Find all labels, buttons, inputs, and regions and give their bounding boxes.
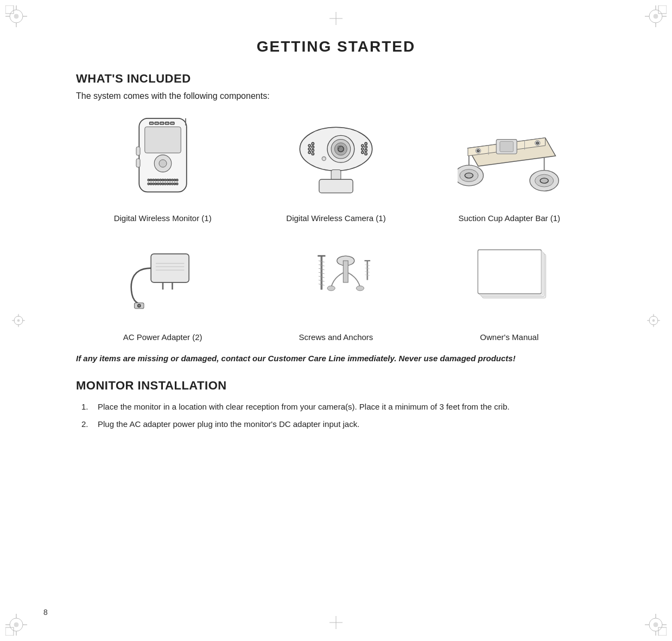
svg-point-87 <box>312 146 314 148</box>
page: GETTING STARTED WHAT'S INCLUDED The syst… <box>0 0 672 641</box>
svg-rect-53 <box>136 147 140 155</box>
camera-label: Digital Wireless Camera (1) <box>286 213 385 223</box>
svg-point-70 <box>152 183 154 185</box>
svg-point-69 <box>150 183 152 185</box>
adapter-label: AC Power Adapter (2) <box>123 332 202 342</box>
svg-point-78 <box>171 183 173 185</box>
svg-rect-103 <box>331 169 341 180</box>
installation-step-1: 1. Place the monitor in a location with … <box>81 401 596 413</box>
page-number: 8 <box>43 608 48 617</box>
svg-rect-46 <box>149 122 153 124</box>
svg-point-59 <box>157 179 159 181</box>
svg-rect-45 <box>144 127 181 153</box>
monitor-image <box>103 115 223 207</box>
installation-step-2: 2. Plug the AC adapter power plug into t… <box>81 418 596 431</box>
svg-point-35 <box>652 319 655 322</box>
svg-point-85 <box>308 151 310 153</box>
svg-point-143 <box>356 286 364 291</box>
corner-mark-br <box>645 614 667 636</box>
svg-point-98 <box>365 142 367 144</box>
svg-point-58 <box>155 179 157 181</box>
corner-mark-tl <box>5 5 27 27</box>
svg-point-77 <box>169 183 171 185</box>
svg-point-64 <box>169 179 171 181</box>
svg-rect-50 <box>170 122 174 124</box>
step-number-1: 1. <box>81 401 98 413</box>
svg-rect-20 <box>5 627 14 636</box>
svg-point-79 <box>174 183 176 185</box>
step-number-2: 2. <box>81 418 98 431</box>
svg-point-22 <box>654 623 658 627</box>
svg-point-55 <box>148 179 150 181</box>
svg-point-71 <box>155 183 157 185</box>
content: GETTING STARTED WHAT'S INCLUDED The syst… <box>43 22 629 447</box>
svg-point-88 <box>312 149 314 151</box>
svg-point-112 <box>537 142 539 144</box>
svg-rect-6 <box>5 5 14 14</box>
reg-mark-bc <box>329 616 343 629</box>
corner-mark-bl <box>5 614 27 636</box>
svg-point-102 <box>322 156 326 160</box>
whats-included-title: WHAT'S INCLUDED <box>76 72 596 86</box>
svg-rect-123 <box>151 254 189 282</box>
svg-point-29 <box>17 319 20 322</box>
svg-point-73 <box>160 183 162 185</box>
reg-mark-tc <box>329 12 343 25</box>
svg-point-86 <box>312 142 314 144</box>
svg-point-83 <box>308 144 310 146</box>
svg-point-68 <box>148 183 150 185</box>
step-text-2: Plug the AC adapter power plug into the … <box>98 418 359 431</box>
svg-point-15 <box>14 623 18 627</box>
svg-point-66 <box>174 179 176 181</box>
component-suction: Suction Cup Adapter Bar (1) <box>428 115 591 223</box>
svg-point-72 <box>157 183 159 185</box>
svg-point-100 <box>365 149 367 151</box>
component-screws: Screws and Anchors <box>255 234 417 342</box>
svg-point-96 <box>362 148 364 150</box>
component-monitor: Digital Wireless Monitor (1) <box>81 115 244 223</box>
warning-text: If any items are missing or damaged, con… <box>76 353 596 365</box>
adapter-image <box>103 234 223 326</box>
svg-rect-49 <box>165 122 169 124</box>
screws-label: Screws and Anchors <box>299 332 373 342</box>
svg-point-89 <box>312 152 314 154</box>
intro-text: The system comes with the following comp… <box>76 91 596 101</box>
svg-point-1 <box>14 14 18 18</box>
svg-point-57 <box>152 179 154 181</box>
svg-point-95 <box>362 144 364 146</box>
svg-point-62 <box>164 179 166 181</box>
svg-point-8 <box>654 14 658 18</box>
camera-image <box>276 115 396 207</box>
svg-point-94 <box>338 146 340 148</box>
suction-label: Suction Cup Adapter Bar (1) <box>459 213 561 223</box>
component-camera: Digital Wireless Camera (1) <box>255 115 417 223</box>
monitor-label: Digital Wireless Monitor (1) <box>114 213 212 223</box>
svg-point-61 <box>162 179 164 181</box>
svg-point-115 <box>465 173 473 178</box>
svg-point-74 <box>162 183 164 185</box>
svg-rect-141 <box>343 260 348 282</box>
svg-rect-54 <box>136 159 140 167</box>
svg-point-75 <box>164 183 166 185</box>
svg-rect-13 <box>658 5 667 14</box>
reg-mark-ml <box>12 314 25 327</box>
svg-point-84 <box>308 148 310 150</box>
suction-image <box>449 115 569 207</box>
svg-point-101 <box>365 152 367 154</box>
svg-point-52 <box>159 159 167 167</box>
svg-rect-108 <box>500 141 513 152</box>
svg-point-60 <box>160 179 162 181</box>
svg-rect-153 <box>478 249 542 293</box>
svg-point-80 <box>176 183 178 185</box>
manual-image <box>449 234 569 326</box>
svg-rect-27 <box>658 627 667 636</box>
monitor-installation-title: MONITOR INSTALLATION <box>76 379 596 393</box>
svg-point-67 <box>176 179 178 181</box>
svg-point-110 <box>477 149 479 152</box>
svg-point-97 <box>362 151 364 153</box>
svg-point-65 <box>171 179 173 181</box>
svg-point-99 <box>365 146 367 148</box>
svg-point-76 <box>167 183 169 185</box>
component-adapter: AC Power Adapter (2) <box>81 234 244 342</box>
svg-rect-48 <box>160 122 163 124</box>
